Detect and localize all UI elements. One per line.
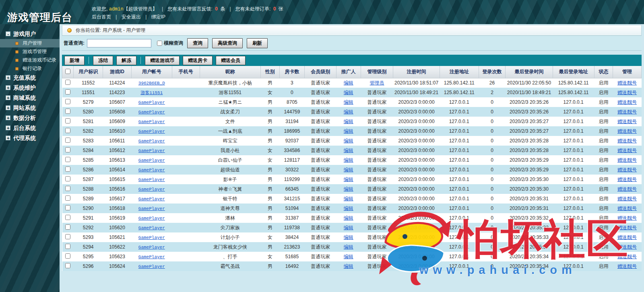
account-link[interactable]: GamePlayer (138, 206, 165, 211)
account-link[interactable]: GamePlayer (138, 216, 165, 221)
tree-plus-icon[interactable]: + (6, 136, 10, 140)
account-link[interactable]: GamePlayer (138, 197, 165, 202)
account-link[interactable]: GamePlayer (138, 226, 165, 230)
sidebar-item-website-system[interactable]: +网站系统 (0, 103, 60, 113)
row-checkbox[interactable] (65, 224, 70, 230)
add-button[interactable]: 新增 (64, 56, 85, 65)
gift-account-link[interactable]: 赠送靓号 (617, 138, 637, 144)
promoter-edit-link[interactable]: 编辑 (344, 177, 353, 182)
account-link[interactable]: GamePlayer (138, 100, 165, 105)
gift-account-link[interactable]: 赠送靓号 (617, 234, 637, 240)
gift-account-link[interactable]: 赠送靓号 (617, 167, 637, 173)
promoter-edit-link[interactable]: 编辑 (344, 263, 353, 269)
sidebar-item-gift-coin-records[interactable]: 赠送游戏币记录 (0, 56, 60, 64)
promoter-edit-link[interactable]: 编辑 (344, 215, 353, 221)
unfreeze-button[interactable]: 解冻 (116, 56, 136, 65)
sidebar-item-mall-system[interactable]: +商城系统 (0, 93, 60, 103)
gift-account-link[interactable]: 赠送靓号 (617, 215, 637, 221)
account-link[interactable]: GamePlayer (138, 158, 165, 163)
tree-minus-icon[interactable]: - (6, 31, 10, 36)
account-link[interactable]: GamePlayer (138, 148, 165, 153)
gift-account-link[interactable]: 赠送靓号 (617, 128, 637, 134)
gift-account-link[interactable]: 赠送靓号 (617, 244, 637, 250)
row-checkbox[interactable] (65, 99, 70, 104)
tree-plus-icon[interactable]: + (6, 75, 10, 80)
account-link[interactable]: GamePlayer (138, 235, 165, 240)
account-link[interactable]: GamePlayer (138, 264, 165, 269)
row-checkbox[interactable] (65, 244, 70, 249)
promoter-edit-link[interactable]: 编辑 (344, 80, 353, 86)
row-checkbox[interactable] (65, 186, 70, 191)
admin-level-link[interactable]: 管理员 (370, 80, 384, 86)
gift-room-cards-button[interactable]: 赠送房卡 (183, 56, 213, 65)
row-checkbox[interactable] (65, 89, 70, 95)
promoter-edit-link[interactable]: 编辑 (344, 138, 353, 144)
search-input[interactable] (87, 39, 151, 47)
account-link[interactable]: GamePlayer (138, 245, 165, 250)
gift-account-link[interactable]: 赠送靓号 (617, 80, 637, 86)
gift-account-link[interactable]: 赠送靓号 (617, 109, 637, 115)
account-link[interactable]: GamePlayer (138, 168, 165, 173)
gift-account-link[interactable]: 赠送靓号 (617, 186, 637, 192)
tree-plus-icon[interactable]: + (6, 115, 10, 120)
row-checkbox[interactable] (65, 234, 70, 239)
gift-vip-button[interactable]: 赠送会员 (216, 56, 246, 65)
refresh-button[interactable]: 刷新 (247, 38, 268, 48)
row-checkbox[interactable] (65, 253, 70, 259)
row-checkbox[interactable] (65, 195, 70, 201)
promoter-edit-link[interactable]: 编辑 (344, 119, 353, 124)
row-checkbox[interactable] (65, 138, 70, 143)
promoter-edit-link[interactable]: 编辑 (344, 186, 353, 192)
account-link[interactable]: GamePlayer (138, 187, 165, 192)
promoter-edit-link[interactable]: 编辑 (344, 254, 353, 259)
row-checkbox[interactable] (65, 80, 70, 85)
row-checkbox[interactable] (65, 263, 70, 268)
promoter-edit-link[interactable]: 编辑 (344, 167, 353, 173)
promoter-edit-link[interactable]: 编辑 (344, 225, 353, 230)
gift-account-link[interactable]: 赠送靓号 (617, 206, 637, 211)
logout-link[interactable]: 安全退出 (122, 14, 141, 20)
gift-account-link[interactable]: 赠送靓号 (617, 99, 637, 105)
row-checkbox[interactable] (65, 215, 70, 220)
row-checkbox[interactable] (65, 118, 70, 123)
tree-plus-icon[interactable]: + (6, 105, 10, 110)
bind-ip-link[interactable]: 绑定IP (151, 14, 165, 20)
row-checkbox[interactable] (65, 176, 70, 181)
account-link[interactable]: GamePlayer (138, 129, 165, 134)
sidebar-item-bank-records[interactable]: 银行记录 (0, 64, 60, 73)
home-link[interactable]: 后台首页 (92, 14, 111, 20)
account-link[interactable]: GamePlayer (138, 255, 165, 259)
sidebar-item-backend-system[interactable]: +后台系统 (0, 123, 60, 133)
gift-account-link[interactable]: 赠送靓号 (617, 177, 637, 182)
row-checkbox[interactable] (65, 157, 70, 162)
tree-plus-icon[interactable]: + (6, 85, 10, 90)
promoter-edit-link[interactable]: 编辑 (344, 244, 353, 250)
gift-account-link[interactable]: 赠送靓号 (617, 225, 637, 230)
account-link[interactable]: GamePlayer (138, 177, 165, 182)
advanced-search-button[interactable]: 高级查询 (212, 38, 243, 48)
gift-account-link[interactable]: 赠送靓号 (617, 196, 637, 202)
gift-account-link[interactable]: 赠送靓号 (617, 148, 637, 153)
promoter-edit-link[interactable]: 编辑 (344, 99, 353, 105)
row-checkbox[interactable] (65, 167, 70, 172)
promoter-edit-link[interactable]: 编辑 (344, 234, 353, 240)
row-checkbox[interactable] (65, 109, 70, 114)
tree-plus-icon[interactable]: + (6, 125, 10, 130)
sidebar-item-system-maintenance[interactable]: +系统维护 (0, 83, 60, 93)
promoter-edit-link[interactable]: 编辑 (344, 90, 353, 95)
row-checkbox[interactable] (65, 147, 70, 152)
gift-account-link[interactable]: 赠送靓号 (617, 119, 637, 124)
gift-account-link[interactable]: 赠送靓号 (617, 263, 637, 269)
sidebar-item-game-coin-management[interactable]: 游戏币管理 (0, 47, 60, 56)
freeze-button[interactable]: 冻结 (93, 56, 113, 65)
sidebar-item-game-users[interactable]: -游戏用户 (0, 29, 60, 39)
sidebar-item-data-analysis[interactable]: +数据分析 (0, 113, 60, 123)
row-checkbox[interactable] (65, 205, 70, 210)
promoter-edit-link[interactable]: 编辑 (344, 206, 353, 211)
promoter-edit-link[interactable]: 编辑 (344, 128, 353, 134)
tree-plus-icon[interactable]: + (6, 95, 10, 100)
promoter-edit-link[interactable]: 编辑 (344, 196, 353, 202)
account-link[interactable]: GamePlayer (138, 119, 165, 124)
account-link[interactable]: GamePlayer (138, 139, 165, 144)
select-all-checkbox[interactable] (65, 69, 70, 74)
